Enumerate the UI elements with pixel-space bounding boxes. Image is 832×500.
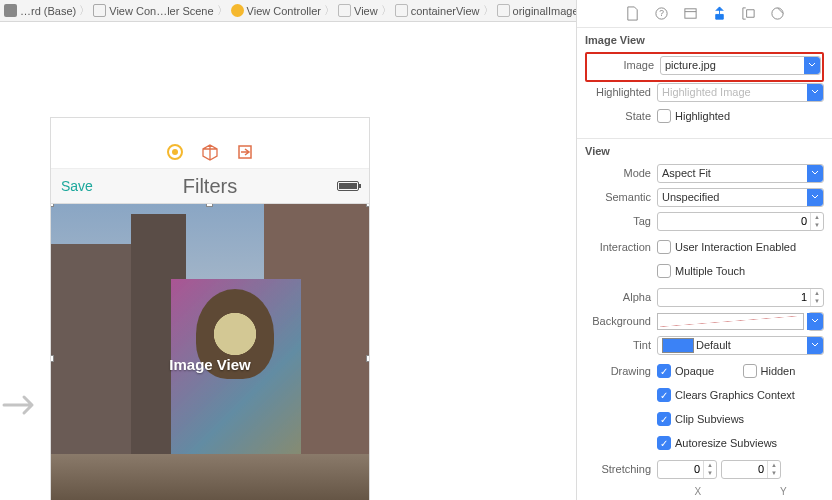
highlighted-combo[interactable]: Highlighted Image: [657, 83, 824, 102]
cgc-checkbox[interactable]: [657, 388, 671, 402]
exit-icon: [237, 144, 254, 161]
breadcrumb[interactable]: …rd (Base)〉 View Con…ler Scene〉 View Con…: [0, 0, 576, 22]
opaque-checkbox[interactable]: [657, 364, 671, 378]
tint-swatch: [662, 338, 694, 353]
hidden-checkbox[interactable]: [743, 364, 757, 378]
imageview-label: Image View: [51, 356, 369, 373]
image-combo[interactable]: picture.jpg: [660, 56, 821, 75]
svg-point-7: [771, 8, 782, 19]
image-view[interactable]: Image View: [51, 204, 369, 500]
section-header: View: [585, 145, 824, 157]
autoresize-checkbox[interactable]: [657, 436, 671, 450]
cube-icon: [202, 144, 219, 161]
resize-handle[interactable]: [51, 355, 54, 362]
status-bar: [51, 118, 369, 136]
save-button[interactable]: Save: [61, 178, 93, 194]
help-inspector-icon[interactable]: ?: [654, 6, 669, 21]
nav-bar: Save Filters: [51, 168, 369, 204]
svg-rect-5: [684, 9, 695, 18]
device-frame[interactable]: Save Filters Image View: [50, 117, 370, 500]
battery-icon: [337, 181, 359, 191]
section-image-view: Image View Image picture.jpg Highlighted…: [577, 28, 832, 138]
inspector-tabs[interactable]: ?: [577, 0, 832, 28]
stretch-y-stepper[interactable]: ▲▼: [721, 460, 781, 479]
mode-combo[interactable]: Aspect Fit: [657, 164, 824, 183]
image-label: Image: [588, 59, 660, 71]
background-menu[interactable]: [808, 312, 824, 331]
segue-arrow-icon: [2, 392, 42, 418]
tint-combo[interactable]: Default: [657, 336, 824, 355]
state-label: State: [585, 110, 657, 122]
view-icon: [497, 4, 510, 17]
identity-inspector-icon[interactable]: [683, 6, 698, 21]
view-icon: [338, 4, 351, 17]
highlight-box: Image picture.jpg: [585, 52, 824, 82]
svg-point-1: [172, 149, 178, 155]
nav-title: Filters: [183, 175, 237, 198]
file-inspector-icon[interactable]: [625, 6, 640, 21]
document-icon: [4, 4, 17, 17]
highlighted-label: Highlighted: [585, 86, 657, 98]
scene-icon: [93, 4, 106, 17]
tag-stepper[interactable]: ▲▼: [657, 212, 824, 231]
resize-handle[interactable]: [366, 204, 369, 207]
scene-toolbar: [51, 136, 369, 168]
multitouch-checkbox[interactable]: [657, 264, 671, 278]
inspector-panel: ? Image View Image picture.jpg Highlight…: [576, 0, 832, 500]
section-view: View Mode Aspect Fit Semantic Unspecifie…: [577, 138, 832, 500]
resize-handle[interactable]: [206, 204, 213, 207]
view-icon: [395, 4, 408, 17]
uie-checkbox[interactable]: [657, 240, 671, 254]
connections-inspector-icon[interactable]: [770, 6, 785, 21]
state-highlighted-checkbox[interactable]: [657, 109, 671, 123]
resize-handle[interactable]: [51, 204, 54, 207]
svg-text:?: ?: [659, 8, 664, 18]
clip-checkbox[interactable]: [657, 412, 671, 426]
stretch-x-stepper[interactable]: ▲▼: [657, 460, 717, 479]
section-header: Image View: [585, 34, 824, 46]
semantic-combo[interactable]: Unspecified: [657, 188, 824, 207]
circle-icon: [167, 144, 184, 161]
background-colorwell[interactable]: [657, 313, 804, 330]
canvas[interactable]: Save Filters Image View: [0, 22, 576, 500]
viewcontroller-icon: [231, 4, 244, 17]
attributes-inspector-icon[interactable]: [712, 6, 727, 21]
alpha-stepper[interactable]: ▲▼: [657, 288, 824, 307]
resize-handle[interactable]: [366, 355, 369, 362]
size-inspector-icon[interactable]: [741, 6, 756, 21]
